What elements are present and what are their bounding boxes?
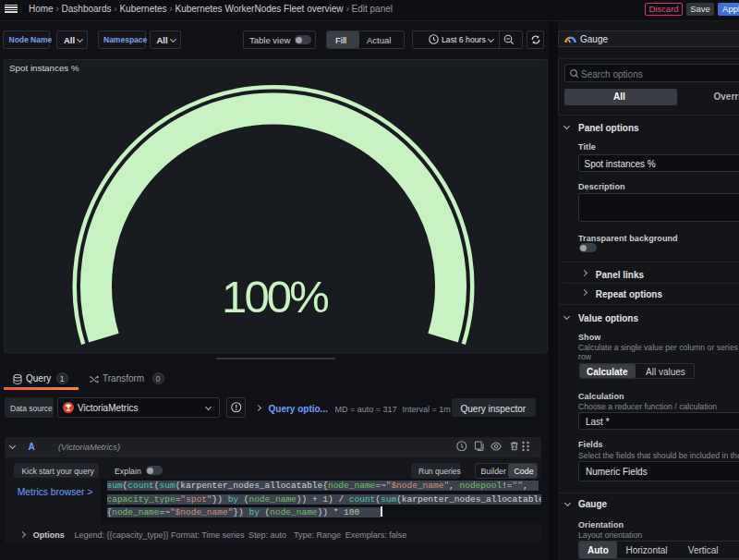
svg-text:100%: 100% [222, 272, 328, 322]
